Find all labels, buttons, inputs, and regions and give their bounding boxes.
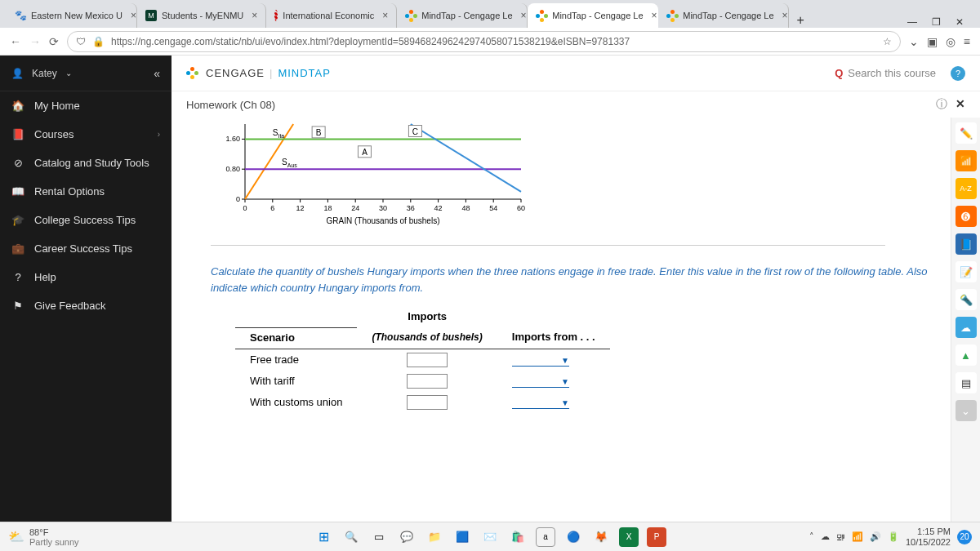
start-icon[interactable]: ⊞ (314, 527, 333, 547)
tool-🔦[interactable]: 🔦 (956, 289, 977, 310)
tool-▤[interactable]: ▤ (956, 372, 977, 393)
tool-rss[interactable]: 📶 (956, 150, 977, 171)
sidebar-item-label: My Home (34, 100, 80, 112)
tool-➏[interactable]: ➏ (956, 206, 977, 227)
help-icon[interactable]: ? (951, 66, 965, 81)
imports-from-dropdown[interactable]: ▼ (512, 375, 569, 388)
mail-icon[interactable]: ✉️ (480, 527, 500, 547)
close-icon[interactable]: × (131, 10, 136, 21)
save-icon[interactable]: ▣ (927, 35, 938, 48)
taskview-icon[interactable]: ▭ (369, 527, 389, 547)
chat-icon[interactable]: 💬 (397, 527, 416, 547)
star-icon[interactable]: ☆ (883, 36, 892, 47)
maximize-icon[interactable]: ❐ (932, 16, 941, 28)
sidebar-item-icon: 📖 (11, 185, 24, 198)
svg-text:60: 60 (517, 204, 525, 212)
edge-icon[interactable]: 🟦 (452, 527, 472, 547)
pocket-icon[interactable]: ⌄ (909, 35, 919, 48)
svg-text:48: 48 (461, 204, 470, 212)
imports-from-dropdown[interactable]: ▼ (512, 353, 569, 367)
user-row[interactable]: 👤 Katey ⌄ « (0, 56, 172, 91)
sidebar-item-label: Courses (34, 128, 74, 140)
chevron-right-icon: › (158, 130, 160, 139)
tab-0[interactable]: 🐾Eastern New Mexico U× (7, 3, 137, 28)
sidebar-item-help[interactable]: ?Help (0, 263, 172, 291)
account-icon[interactable]: ◎ (946, 35, 956, 48)
sun-icon: ⛅ (8, 529, 24, 544)
weather-widget[interactable]: ⛅ 88°F Partly sunny (8, 527, 79, 547)
sidebar-item-courses[interactable]: 📕Courses› (0, 120, 172, 149)
sidebar-item-career-success-tips[interactable]: 💼Career Success Tips (0, 234, 172, 263)
sidebar-item-label: Give Feedback (34, 300, 105, 312)
excel-icon[interactable]: X (619, 527, 639, 547)
search-taskbar-icon[interactable]: 🔍 (341, 527, 361, 547)
info-icon[interactable]: ⓘ (936, 97, 947, 112)
app-a-icon[interactable]: a (536, 527, 555, 547)
close-icon[interactable]: × (252, 10, 257, 21)
imports-from-dropdown[interactable]: ▼ (512, 396, 569, 409)
sidebar-item-college-success-tips[interactable]: 🎓College Success Tips (0, 206, 172, 234)
favicon-cengage (666, 10, 678, 21)
onedrive-icon[interactable]: ☁ (821, 531, 830, 542)
battery-icon[interactable]: 🔋 (888, 531, 899, 542)
tool-☁[interactable]: ☁ (956, 317, 977, 338)
sidebar-item-my-home[interactable]: 🏠My Home (0, 91, 172, 120)
lang-icon[interactable]: 🖳 (836, 532, 845, 542)
table-head-imports: Imports (357, 307, 497, 327)
menu-icon[interactable]: ≡ (964, 35, 970, 48)
tab-2[interactable]: International Economic× (266, 3, 397, 28)
chrome-icon[interactable]: 🔵 (564, 527, 583, 547)
wifi-icon[interactable]: 📶 (852, 531, 863, 542)
tab-5[interactable]: MindTap - Cengage Le× (658, 3, 789, 28)
close-icon[interactable]: × (382, 10, 388, 21)
url-field[interactable]: 🛡 🔒 https://ng.cengage.com/static/nb/ui/… (67, 31, 901, 52)
back-icon[interactable]: ← (10, 35, 21, 48)
chevron-up-icon[interactable]: ˄ (809, 531, 814, 542)
tab-3[interactable]: MindTap - Cengage Le× (397, 3, 528, 28)
tool-📝[interactable]: 📝 (956, 261, 977, 282)
browser-tab-bar: 🐾Eastern New Mexico U× MStudents - MyENM… (0, 0, 980, 28)
forward-icon[interactable]: → (29, 35, 41, 48)
tool-📘[interactable]: 📘 (956, 233, 977, 255)
table-row: With tariff ▼ (235, 371, 610, 392)
table-row: With customs union ▼ (235, 392, 610, 413)
new-tab-button[interactable]: + (789, 13, 812, 28)
imports-input[interactable] (407, 395, 448, 410)
clock[interactable]: 1:15 PM 10/15/2022 (906, 527, 951, 546)
tab-1[interactable]: MStudents - MyENMU× (137, 3, 266, 28)
tool-✏️[interactable]: ✏️ (956, 122, 977, 144)
tool-A-Z[interactable]: A-Z (956, 178, 977, 199)
imports-input[interactable] (407, 374, 448, 389)
firefox-icon[interactable]: 🦊 (591, 527, 611, 547)
collapse-icon[interactable]: « (154, 67, 160, 80)
svg-text:12: 12 (296, 204, 305, 212)
close-panel-icon[interactable]: ✕ (956, 97, 965, 112)
sidebar-item-rental-options[interactable]: 📖Rental Options (0, 177, 172, 206)
favicon-m: M (145, 10, 157, 21)
imports-input[interactable] (407, 353, 448, 367)
tool-⌄[interactable]: ⌄ (956, 400, 977, 421)
sidebar-item-catalog-and-study-tools[interactable]: ⊘Catalog and Study Tools (0, 149, 172, 177)
close-window-icon[interactable]: ✕ (956, 16, 964, 28)
refresh-icon[interactable]: ⟳ (49, 35, 59, 48)
close-icon[interactable]: × (652, 10, 657, 21)
svg-text:30: 30 (379, 204, 387, 212)
minimize-icon[interactable]: — (907, 16, 917, 28)
svg-text:A: A (362, 148, 368, 157)
tool-▲[interactable]: ▲ (956, 344, 977, 366)
lock-icon: 🔒 (92, 36, 105, 47)
table-head-blank (235, 307, 357, 327)
svg-text:1.60: 1.60 (225, 135, 240, 143)
sidebar-item-give-feedback[interactable]: ⚑Give Feedback (0, 291, 172, 320)
sidebar-item-label: College Success Tips (34, 214, 136, 226)
volume-icon[interactable]: 🔊 (870, 531, 881, 542)
close-icon[interactable]: × (521, 10, 527, 21)
close-icon[interactable]: × (782, 10, 788, 21)
explorer-icon[interactable]: 📁 (425, 527, 444, 547)
store-icon[interactable]: 🛍️ (508, 527, 528, 547)
tab-4[interactable]: MindTap - Cengage Le× (528, 3, 658, 28)
separator (211, 245, 885, 246)
ppt-icon[interactable]: P (647, 527, 666, 547)
notification-badge[interactable]: 20 (957, 530, 972, 544)
search-course[interactable]: Q Search this course (835, 67, 936, 79)
